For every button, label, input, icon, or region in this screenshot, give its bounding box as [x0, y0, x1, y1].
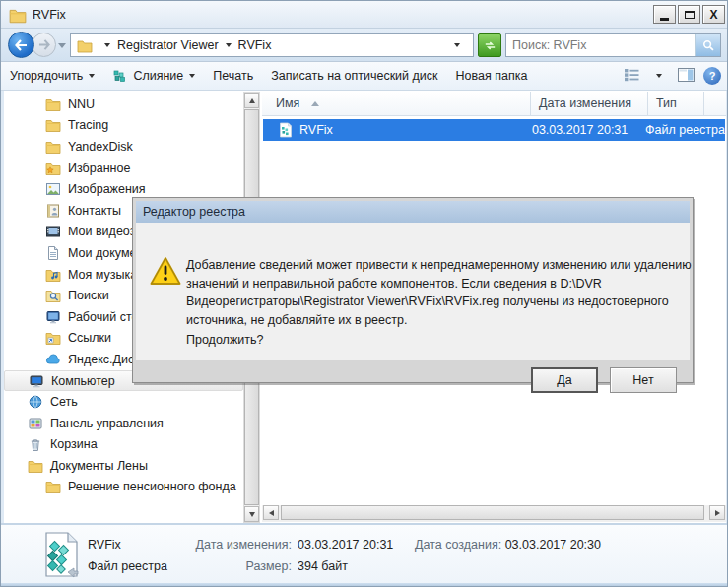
sort-ascending-icon: [311, 101, 319, 106]
sidebar-item[interactable]: Решение пенсионного фонда: [4, 477, 243, 498]
maximize-button[interactable]: [678, 5, 700, 24]
preview-pane-button[interactable]: [678, 68, 695, 85]
new-folder-button[interactable]: Новая папка: [447, 62, 537, 90]
sidebar-item-label: Документы Лены: [50, 459, 148, 473]
contacts-icon: [45, 203, 62, 219]
yes-button[interactable]: Да: [531, 367, 598, 393]
sidebar-item[interactable]: Сеть: [4, 391, 243, 413]
preview-pane-icon: [678, 68, 695, 82]
address-breadcrumb[interactable]: Registrator Viewer RVFix: [70, 33, 474, 57]
sidebar-item[interactable]: Корзина: [4, 434, 243, 456]
chevron-down-icon: [89, 74, 95, 78]
sidebar-item[interactable]: YandexDisk: [4, 136, 243, 158]
list-view-icon: [624, 68, 640, 82]
view-dropdown-icon[interactable]: [656, 74, 662, 78]
sidebar-item-label: Решение пенсионного фонда: [68, 480, 236, 493]
window-titlebar[interactable]: RVFix X: [1, 1, 728, 29]
horizontal-scrollbar[interactable]: [262, 505, 726, 522]
scrollbar-thumb[interactable]: [281, 505, 704, 520]
command-toolbar: Упорядочить Слияние Печать Записать на о…: [1, 62, 728, 91]
modified-value: 03.03.2017 20:31: [298, 534, 393, 555]
burn-label: Записать на оптический диск: [271, 69, 437, 83]
triangle-right-icon: [715, 510, 720, 516]
no-button[interactable]: Нет: [610, 367, 677, 393]
file-row-selected[interactable]: RVFix 03.03.2017 20:31 Файл реестра: [263, 119, 725, 141]
column-header-type[interactable]: Тип: [648, 92, 704, 115]
column-header-modified[interactable]: Дата изменения: [531, 92, 648, 115]
file-name: RVFix: [299, 123, 532, 137]
merge-menu[interactable]: Слияние: [103, 62, 204, 90]
folder-icon: [45, 139, 62, 155]
folder-star-icon: [45, 161, 62, 176]
minimize-button[interactable]: [653, 5, 676, 24]
breadcrumb-parent[interactable]: Registrator Viewer: [117, 38, 219, 52]
search-input[interactable]: [506, 38, 695, 52]
search-icon: [702, 39, 715, 52]
folder-icon: [45, 97, 62, 112]
print-button[interactable]: Печать: [204, 62, 262, 90]
folder-icon: [45, 117, 62, 133]
folder-icon: [9, 7, 27, 23]
scroll-down-button[interactable]: [244, 506, 259, 522]
column-header-name[interactable]: Имя: [262, 92, 531, 115]
sidebar-item[interactable]: NNU: [4, 94, 243, 115]
sidebar-item-label: Сеть: [50, 395, 78, 409]
created-value: 03.03.2017 20:30: [505, 538, 601, 552]
details-created: Дата создания: 03.03.2017 20:30: [415, 534, 601, 555]
file-type: Файл реестра: [645, 123, 725, 137]
scroll-left-button[interactable]: [263, 505, 279, 520]
size-value: 394 байт: [298, 555, 393, 577]
sidebar-item[interactable]: Документы Лены: [4, 455, 243, 477]
help-button[interactable]: ?: [703, 67, 721, 85]
dialog-title: Редактор реестра: [143, 205, 245, 219]
sidebar-item-label: Поиски: [68, 289, 109, 302]
recent-pages-chevron-icon[interactable]: [58, 43, 66, 48]
searches-icon: [45, 288, 62, 303]
dialog-titlebar[interactable]: Редактор реестра: [136, 201, 690, 223]
details-values-1: 03.03.2017 20:31 394 байт: [298, 534, 393, 577]
cloud-icon: [45, 352, 62, 367]
message-line: источника, не добавляйте их в реестр.: [186, 311, 692, 330]
folder-icon: [45, 479, 62, 494]
details-file-name: RVFix: [88, 534, 167, 555]
chevron-down-icon[interactable]: [104, 43, 110, 47]
details-pane: RVFix Файл реестра Дата изменения: Разме…: [1, 523, 728, 585]
details-file-type: Файл реестра: [88, 555, 167, 577]
network-icon: [28, 394, 44, 410]
message-line: Видеорегистраторы\Registrator Viewer\RVF…: [186, 293, 692, 311]
sidebar-item[interactable]: Избранное: [4, 158, 243, 179]
change-view-button[interactable]: [624, 68, 640, 85]
pictures-icon: [45, 181, 62, 197]
sidebar-item[interactable]: Панель управления: [4, 413, 243, 434]
refresh-button[interactable]: [478, 33, 501, 57]
minimize-icon: [660, 18, 669, 21]
links-icon: [45, 330, 62, 346]
address-dropdown-icon[interactable]: [454, 43, 460, 47]
organize-menu[interactable]: Упорядочить: [1, 62, 103, 90]
scroll-right-button[interactable]: [709, 505, 725, 520]
window-border: [1, 583, 728, 586]
sidebar-item-label: Tracing: [68, 118, 108, 132]
forward-button[interactable]: [32, 33, 56, 57]
modified-label: Дата изменения:: [164, 534, 292, 555]
dialog-message: Добавление сведений может привести к неп…: [186, 256, 692, 330]
desktop-icon: [45, 309, 62, 325]
scroll-up-button[interactable]: [244, 93, 259, 108]
breadcrumb-current[interactable]: RVFix: [238, 38, 272, 52]
column-label: Дата изменения: [539, 97, 631, 110]
sidebar-item-label: Корзина: [50, 437, 98, 451]
sidebar-item-label: NNU: [68, 98, 95, 111]
close-button[interactable]: X: [702, 5, 725, 24]
back-button[interactable]: [8, 32, 34, 58]
list-header: Имя Дата изменения Тип: [262, 92, 726, 116]
dialog-body: Добавление сведений может привести к неп…: [136, 223, 690, 360]
sidebar-item-label: Контакты: [68, 204, 121, 218]
burn-button[interactable]: Записать на оптический диск: [262, 62, 446, 90]
sidebar-item-label: Изображения: [68, 182, 146, 196]
music-icon: [45, 267, 62, 283]
search-button[interactable]: [695, 34, 720, 56]
explorer-window: RVFix X Registrator Viewer RVFix: [0, 0, 728, 587]
sidebar-item[interactable]: Tracing: [4, 115, 243, 137]
chevron-down-icon[interactable]: [226, 43, 232, 47]
print-label: Печать: [213, 69, 253, 83]
